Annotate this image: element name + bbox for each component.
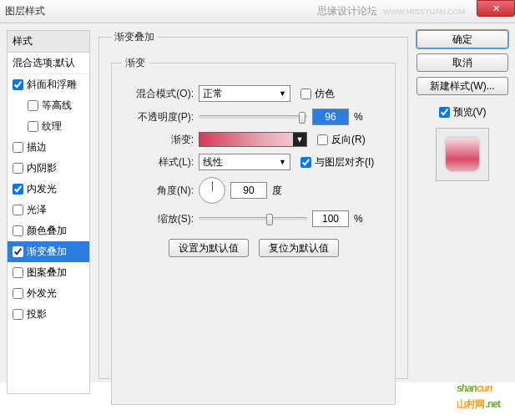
reverse-option[interactable]: 反向(R)	[317, 133, 366, 147]
style-checkbox[interactable]	[13, 142, 23, 153]
style-label: 等高线	[42, 99, 72, 113]
style-item[interactable]: 颜色叠加	[8, 220, 89, 241]
close-button[interactable]: ✕	[477, 0, 515, 17]
default-buttons: 设置为默认值 复位为默认值	[122, 239, 385, 257]
set-default-button[interactable]: 设置为默认值	[169, 239, 249, 257]
blend-options-default[interactable]: 混合选项:默认	[8, 53, 89, 74]
styles-header: 样式	[7, 30, 90, 52]
style-combo[interactable]: 线性▼	[199, 154, 290, 170]
style-item[interactable]: 投影	[8, 304, 89, 325]
style-label: 颜色叠加	[27, 224, 67, 238]
style-label: 图案叠加	[27, 266, 67, 280]
blend-mode-row: 混合模式(O): 正常▼ 仿色	[122, 85, 385, 102]
main-area: 样式 混合选项:默认 斜面和浮雕等高线纹理描边内阴影内发光光泽颜色叠加渐变叠加图…	[0, 23, 515, 382]
style-item[interactable]: 斜面和浮雕	[8, 74, 89, 95]
inner-legend: 渐变	[122, 56, 149, 70]
style-checkbox[interactable]	[13, 225, 23, 236]
style-checkbox[interactable]	[13, 205, 23, 215]
style-label: 外发光	[27, 286, 57, 301]
gradient-picker[interactable]: ▼	[199, 132, 307, 147]
style-checkbox[interactable]	[13, 246, 23, 257]
style-checkbox[interactable]	[13, 309, 23, 320]
style-item[interactable]: 光泽	[8, 200, 89, 220]
style-label: 样式(L):	[122, 155, 194, 170]
opacity-label: 不透明度(P):	[122, 110, 194, 124]
style-item[interactable]: 渐变叠加	[8, 241, 89, 262]
align-checkbox[interactable]	[300, 157, 311, 168]
options-panel: 渐变叠加 渐变 混合模式(O): 正常▼ 仿色 不透明度(P):	[98, 30, 408, 376]
style-label: 内阴影	[27, 161, 57, 175]
style-label: 斜面和浮雕	[27, 78, 77, 92]
group-legend: 渐变叠加	[111, 30, 158, 44]
watermark: shancun 山村网 .net	[457, 371, 500, 412]
gradient-overlay-group: 渐变叠加 渐变 混合模式(O): 正常▼ 仿色 不透明度(P):	[98, 30, 408, 379]
right-panel: 确定 取消 新建样式(W)... 预览(V)	[417, 30, 508, 376]
style-item[interactable]: 描边	[8, 137, 89, 158]
dither-option[interactable]: 仿色	[300, 87, 335, 101]
style-label: 内发光	[27, 182, 57, 196]
style-checkbox[interactable]	[13, 79, 23, 90]
chevron-down-icon[interactable]: ▼	[293, 133, 306, 146]
scale-slider[interactable]	[199, 217, 307, 220]
style-item[interactable]: 内阴影	[8, 158, 89, 179]
align-option[interactable]: 与图层对齐(I)	[300, 155, 374, 170]
styles-panel: 样式 混合选项:默认 斜面和浮雕等高线纹理描边内阴影内发光光泽颜色叠加渐变叠加图…	[7, 30, 90, 376]
chevron-down-icon: ▼	[279, 89, 286, 98]
preview-swatch	[446, 138, 479, 171]
style-row: 样式(L): 线性▼ 与图层对齐(I)	[122, 154, 385, 170]
preview-checkbox[interactable]	[439, 107, 450, 118]
angle-input[interactable]: 90	[230, 182, 267, 199]
dither-checkbox[interactable]	[300, 89, 311, 99]
opacity-input[interactable]: 96	[312, 109, 349, 125]
style-label: 纹理	[42, 119, 62, 134]
scale-label: 缩放(S):	[122, 212, 194, 226]
style-checkbox[interactable]	[13, 184, 23, 195]
style-label: 投影	[27, 307, 47, 321]
style-label: 光泽	[27, 203, 47, 217]
window-title: 图层样式	[5, 4, 45, 18]
angle-label: 角度(N):	[122, 184, 194, 198]
angle-dial[interactable]	[199, 177, 225, 204]
style-item[interactable]: 内发光	[8, 179, 89, 200]
reverse-checkbox[interactable]	[317, 134, 328, 145]
gradient-label: 渐变:	[122, 133, 194, 147]
cancel-button[interactable]: 取消	[417, 53, 508, 72]
style-checkbox[interactable]	[28, 100, 38, 111]
scale-row: 缩放(S): 100 %	[122, 210, 385, 227]
new-style-button[interactable]: 新建样式(W)...	[417, 77, 508, 95]
style-checkbox[interactable]	[13, 288, 23, 299]
style-item[interactable]: 外发光	[8, 283, 89, 304]
reset-default-button[interactable]: 复位为默认值	[259, 239, 339, 257]
style-checkbox[interactable]	[13, 267, 23, 278]
opacity-slider[interactable]	[199, 115, 307, 119]
style-item[interactable]: 图案叠加	[8, 262, 89, 283]
style-checkbox[interactable]	[28, 121, 38, 132]
preview-option[interactable]: 预览(V)	[417, 105, 508, 119]
chevron-down-icon: ▼	[279, 158, 286, 166]
blend-mode-label: 混合模式(O):	[122, 87, 194, 101]
title-bar: 图层样式 思缘设计论坛 WWW.MISSYUAN.COM ✕	[0, 0, 515, 23]
style-item[interactable]: 纹理	[8, 116, 89, 137]
style-label: 渐变叠加	[27, 245, 67, 259]
style-label: 描边	[27, 140, 47, 154]
brand-text: 思缘设计论坛 WWW.MISSYUAN.COM	[317, 4, 465, 18]
styles-list: 混合选项:默认 斜面和浮雕等高线纹理描边内阴影内发光光泽颜色叠加渐变叠加图案叠加…	[7, 52, 90, 394]
scale-input[interactable]: 100	[312, 210, 349, 227]
style-item[interactable]: 等高线	[8, 95, 89, 116]
ok-button[interactable]: 确定	[417, 30, 508, 48]
blend-mode-combo[interactable]: 正常▼	[199, 85, 290, 102]
angle-row: 角度(N): 90 度	[122, 177, 385, 204]
gradient-group: 渐变 混合模式(O): 正常▼ 仿色 不透明度(P):	[111, 56, 396, 405]
style-checkbox[interactable]	[13, 163, 23, 174]
opacity-row: 不透明度(P): 96 %	[122, 109, 385, 125]
preview-box	[436, 128, 489, 181]
gradient-row: 渐变: ▼ 反向(R)	[122, 132, 385, 147]
